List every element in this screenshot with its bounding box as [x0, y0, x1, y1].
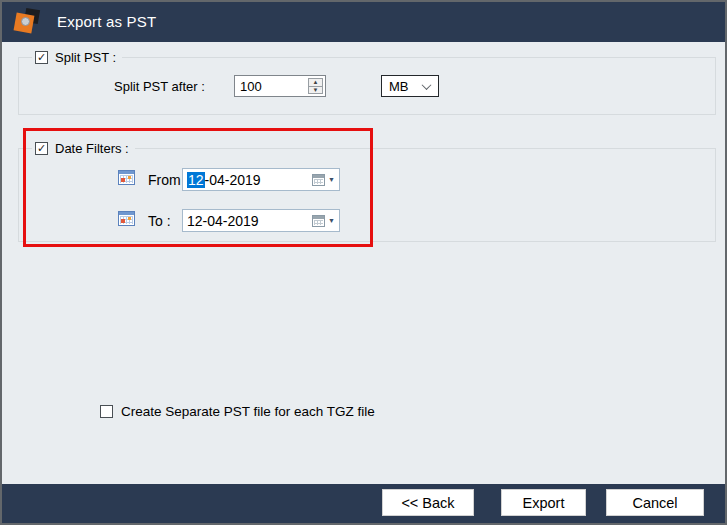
separate-pst-option-row: Create Separate PST file for each TGZ fi…: [100, 404, 375, 419]
export-button[interactable]: Export: [501, 489, 586, 516]
chevron-down-icon: [422, 80, 432, 90]
split-pst-checkbox[interactable]: ✓: [35, 51, 48, 64]
footer-bar: << Back Export Cancel: [0, 484, 727, 525]
back-button[interactable]: << Back: [382, 489, 474, 516]
split-size-spinbox: ▲ ▼: [234, 75, 326, 97]
separate-pst-checkbox-label[interactable]: Create Separate PST file for each TGZ fi…: [121, 404, 375, 419]
size-unit-value: MB: [389, 79, 409, 94]
separate-pst-checkbox[interactable]: [100, 405, 113, 418]
split-size-input[interactable]: [235, 76, 305, 96]
logo-core-dot: [21, 17, 30, 26]
spinner-up-button[interactable]: ▲: [309, 79, 322, 87]
title-bar: Export as PST: [0, 0, 727, 42]
split-size-spinner: ▲ ▼: [308, 78, 323, 94]
cancel-button[interactable]: Cancel: [606, 489, 704, 516]
window-title: Export as PST: [57, 0, 156, 42]
spinner-down-button[interactable]: ▼: [309, 87, 322, 94]
split-pst-groupbox: ✓ Split PST : Split PST after : ▲ ▼ MB: [18, 57, 716, 115]
split-pst-after-label: Split PST after :: [114, 79, 205, 94]
highlight-rectangle: [23, 128, 373, 247]
export-as-pst-dialog: Export as PST ✓ Split PST : Split PST af…: [0, 0, 727, 525]
size-unit-select[interactable]: MB: [381, 75, 439, 97]
split-pst-legend: ✓ Split PST :: [32, 49, 122, 66]
app-logo-icon: [14, 8, 40, 35]
split-pst-checkbox-label[interactable]: Split PST :: [55, 50, 116, 65]
